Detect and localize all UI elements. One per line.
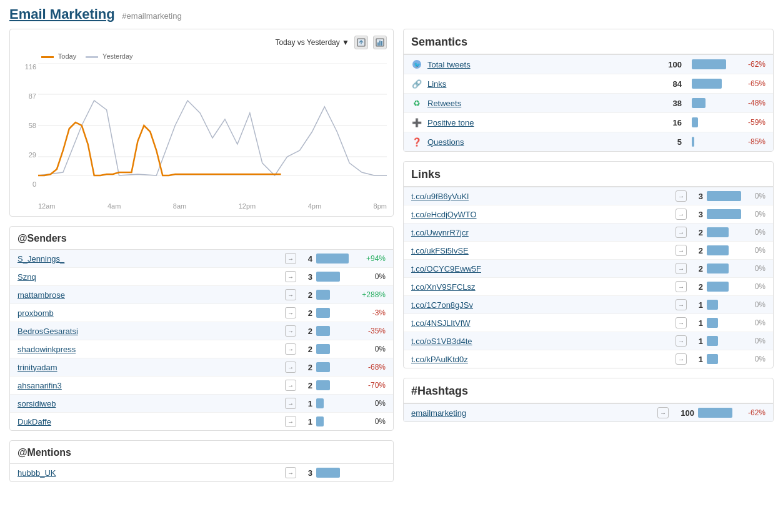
svg-rect-4 (381, 41, 382, 46)
sem-count: 5 (660, 137, 682, 147)
link-url[interactable]: t.co/UwynrR7jcr (411, 228, 672, 237)
sender-arrow[interactable]: → (285, 416, 296, 427)
link-bar-container (707, 336, 744, 346)
sem-label[interactable]: Questions (427, 137, 655, 147)
sender-bar (316, 344, 330, 354)
sender-row: DukDaffe → 1 0% (10, 413, 393, 430)
link-arrow[interactable]: → (676, 335, 687, 347)
sender-arrow[interactable]: → (285, 271, 296, 282)
link-bar-container (707, 300, 744, 310)
sender-name[interactable]: S_Jennings_ (17, 254, 281, 264)
links-title: Links (404, 162, 773, 187)
sem-bar (692, 137, 694, 147)
sender-bar (316, 398, 324, 408)
sem-label[interactable]: Retweets (427, 99, 655, 108)
sender-bar (316, 290, 330, 300)
sender-bar (316, 326, 330, 336)
link-url[interactable]: t.co/ukFSi5lvSE (411, 246, 672, 255)
sem-count: 16 (660, 118, 682, 127)
link-change: 0% (748, 264, 766, 273)
link-arrow[interactable]: → (676, 317, 687, 328)
hashtag-row: emailmarketing → 100 -62% (404, 404, 773, 421)
sender-count: 3 (300, 272, 312, 282)
link-url[interactable]: t.co/kPAulKtd0z (411, 355, 672, 364)
sender-name[interactable]: proxbomb (17, 308, 281, 318)
chart-period-selector[interactable]: Today vs Yesterday ▼ (275, 38, 349, 47)
hashtag-arrow[interactable]: → (657, 407, 669, 418)
link-bar-container (707, 264, 744, 273)
sender-name[interactable]: sorsidiweb (17, 399, 281, 408)
hashtags-section: #Hashtags emailmarketing → 100 -62% (403, 378, 774, 422)
link-arrow[interactable]: → (676, 209, 687, 220)
sender-arrow[interactable]: → (285, 343, 296, 355)
hashtag-bar (698, 408, 732, 418)
chart-export-button[interactable] (354, 36, 368, 49)
sender-arrow[interactable]: → (285, 289, 296, 300)
main-layout: Today vs Yesterday ▼ (9, 29, 774, 491)
sender-bar (316, 416, 324, 426)
sender-name[interactable]: BedrosGesaratsi (17, 327, 281, 336)
sem-bar-container (692, 98, 729, 108)
link-arrow[interactable]: → (676, 353, 687, 365)
svg-text:🐦: 🐦 (414, 61, 421, 69)
legend-today: Today (41, 52, 76, 60)
link-arrow[interactable]: → (676, 299, 687, 310)
link-arrow[interactable]: → (676, 245, 687, 256)
link-bar (707, 336, 718, 346)
legend-yesterday-dot (86, 56, 98, 58)
sender-arrow[interactable]: → (285, 380, 296, 391)
link-row: t.co/4NSJLltVfW → 1 0% (404, 314, 773, 332)
chart-header: Today vs Yesterday ▼ (16, 36, 387, 49)
sender-arrow[interactable]: → (285, 253, 296, 264)
sender-change: 0% (357, 345, 386, 353)
hashtag-bar-container (698, 408, 736, 418)
link-url[interactable]: t.co/u9fB6yVuKl (411, 192, 672, 201)
page: Email Marketing #emailmarketing Today vs… (0, 0, 783, 498)
hashtag-change: -62% (739, 408, 766, 417)
link-arrow[interactable]: → (676, 263, 687, 274)
link-count: 1 (691, 318, 703, 328)
svg-rect-3 (379, 41, 381, 46)
sem-count: 38 (660, 99, 682, 108)
sender-name[interactable]: shadowinkpress (17, 345, 281, 354)
sender-name[interactable]: DukDaffe (17, 417, 281, 426)
link-arrow[interactable]: → (676, 227, 687, 238)
link-arrow[interactable]: → (676, 190, 687, 202)
link-bar (707, 282, 729, 292)
sender-name[interactable]: Sznq (17, 272, 281, 282)
chart-bar-button[interactable] (373, 36, 387, 49)
link-url[interactable]: t.co/eHcdjQyWTO (411, 210, 672, 219)
link-url[interactable]: t.co/XnV9SFCLsz (411, 282, 672, 292)
sender-bar (316, 272, 340, 282)
link-arrow[interactable]: → (676, 281, 687, 292)
sender-arrow[interactable]: → (285, 362, 296, 373)
link-url[interactable]: t.co/OCYC9Eww5F (411, 264, 672, 273)
link-url[interactable]: t.co/oS1VB3d4te (411, 337, 672, 346)
sender-bar-container (316, 308, 354, 318)
sender-name[interactable]: trinityadam (17, 363, 281, 372)
sender-bar-container (316, 416, 354, 426)
sender-count: 1 (300, 399, 312, 408)
sender-change: 0% (357, 417, 386, 426)
sem-label[interactable]: Total tweets (427, 60, 655, 69)
sender-name[interactable]: ahsanarifin3 (17, 381, 281, 390)
link-bar (707, 191, 741, 201)
sem-label[interactable]: Positive tone (427, 118, 655, 127)
page-title[interactable]: Email Marketing (9, 6, 115, 22)
sender-arrow[interactable]: → (285, 398, 296, 409)
hashtag-name[interactable]: emailmarketing (411, 408, 654, 418)
link-url[interactable]: t.co/4NSJLltVfW (411, 318, 672, 328)
sem-label[interactable]: Links (427, 79, 655, 89)
link-url[interactable]: t.co/1C7on8gJSv (411, 300, 672, 310)
sender-arrow[interactable]: → (285, 307, 296, 318)
link-change: 0% (748, 192, 766, 200)
sender-count: 2 (300, 327, 312, 336)
sender-count: 1 (300, 417, 312, 426)
link-change: 0% (748, 300, 766, 309)
link-bar (707, 318, 718, 328)
sender-name[interactable]: mattambrose (17, 290, 281, 300)
sender-row: shadowinkpress → 2 0% (10, 340, 393, 358)
sender-arrow[interactable]: → (285, 325, 296, 337)
link-count: 2 (691, 228, 703, 237)
links-list: t.co/u9fB6yVuKl → 3 0% t.co/eHcdjQyWTO →… (404, 187, 773, 368)
